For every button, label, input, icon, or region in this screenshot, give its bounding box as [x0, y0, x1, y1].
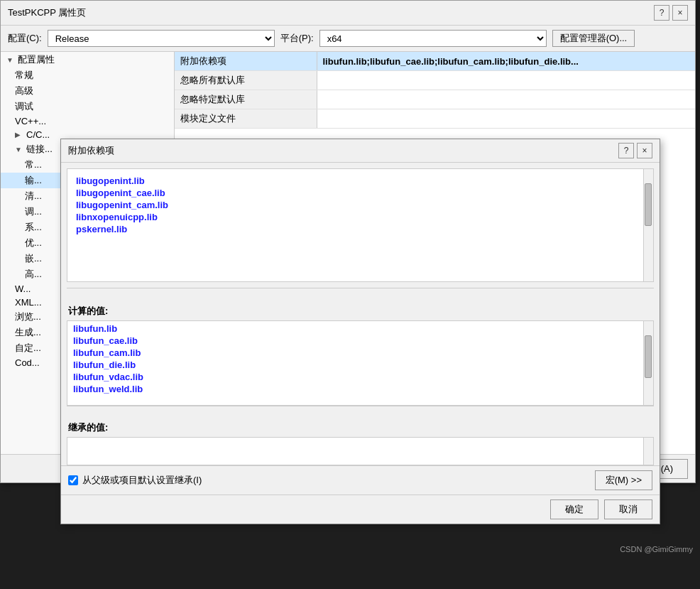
- overlay-close-button[interactable]: ×: [637, 143, 652, 158]
- config-select[interactable]: Release: [48, 30, 275, 47]
- prop-name: 附加依赖项: [175, 52, 317, 71]
- overlay-title-buttons: ? ×: [618, 143, 652, 158]
- tree-arrow: ▼: [6, 56, 15, 64]
- tree-label: Cod...: [15, 357, 40, 368]
- list-item[interactable]: libugopenint_cam.lib: [73, 199, 647, 211]
- inherit-checkbox[interactable]: [68, 475, 78, 485]
- tree-label: W...: [15, 283, 31, 294]
- macro-button[interactable]: 宏(M) >>: [595, 470, 652, 490]
- tree-label: 常规: [15, 69, 33, 82]
- inherited-area: [67, 437, 654, 465]
- prop-name: 忽略所有默认库: [175, 71, 317, 90]
- overlay-bottom-right-area: 宏(M) >>: [595, 470, 652, 490]
- overlay-action-bar: 确定 取消: [61, 495, 660, 524]
- prop-value: [317, 109, 695, 129]
- computed-area-scrollbar-h[interactable]: [67, 406, 654, 416]
- overlay-bottom-bar: 从父级或项目默认设置继承(I) 宏(M) >>: [61, 465, 660, 495]
- property-table: 附加依赖项 libufun.lib;libufun_cae.lib;libufu…: [175, 52, 695, 129]
- tree-item-config-props[interactable]: ▼ 配置属性: [1, 52, 174, 67]
- tree-label: 高...: [25, 268, 42, 281]
- computed-area: libufun.lib libufun_cae.lib libufun_cam.…: [67, 320, 654, 406]
- toolbar-row: 配置(C): Release 平台(P): x64 配置管理器(O)...: [1, 26, 695, 52]
- prop-value: [317, 71, 695, 90]
- tree-label: XML...: [15, 297, 42, 308]
- list-item[interactable]: libugopenint.lib: [73, 175, 647, 187]
- table-row[interactable]: 附加依赖项 libufun.lib;libufun_cae.lib;libufu…: [175, 52, 695, 71]
- table-row[interactable]: 忽略所有默认库: [175, 71, 695, 90]
- list-item[interactable]: libugopenint_cae.lib: [73, 187, 647, 199]
- tree-label: 系...: [25, 221, 42, 234]
- tree-label: 常...: [25, 158, 42, 171]
- close-button[interactable]: ×: [672, 5, 688, 21]
- prop-value: libufun.lib;libufun_cae.lib;libufun_cam.…: [317, 52, 695, 71]
- tree-label: 嵌...: [25, 252, 42, 265]
- edit-area-scrollbar-v[interactable]: [643, 169, 653, 281]
- platform-select[interactable]: x64: [319, 30, 547, 47]
- tree-label: 生成...: [15, 326, 41, 339]
- prop-value: [317, 90, 695, 109]
- watermark: CSDN @GimiGimmy: [620, 545, 693, 553]
- tree-arrow: ▶: [15, 131, 23, 139]
- main-title-buttons: ? ×: [654, 5, 688, 21]
- help-button[interactable]: ?: [654, 5, 669, 21]
- tree-arrow: ▼: [15, 146, 23, 153]
- tree-item-debug[interactable]: 调试: [1, 99, 174, 114]
- list-item[interactable]: libufun_weld.lib: [70, 383, 650, 395]
- tree-label: 输...: [25, 174, 42, 187]
- list-item[interactable]: libufun_die.lib: [70, 359, 650, 371]
- tree-label: 配置属性: [18, 53, 55, 66]
- tree-label: 调...: [25, 205, 42, 218]
- tree-label: 自定...: [15, 342, 41, 355]
- list-item[interactable]: libnxopenuicpp.lib: [73, 211, 647, 223]
- overlay-cancel-button[interactable]: 取消: [604, 499, 652, 519]
- computed-area-scrollbar-v[interactable]: [643, 321, 653, 405]
- list-item[interactable]: pskernel.lib: [73, 223, 647, 235]
- edit-area-scrollbar-h[interactable]: [67, 288, 654, 298]
- tree-item-vc[interactable]: VC++...: [1, 114, 174, 128]
- tree-label: 优...: [25, 237, 42, 249]
- tree-label: C/C...: [26, 129, 50, 140]
- config-manager-button[interactable]: 配置管理器(O)...: [552, 30, 635, 47]
- inherited-label: 继承的值:: [61, 418, 660, 437]
- tree-label: 清...: [25, 190, 42, 202]
- edit-list: libugopenint.lib libugopenint_cae.lib li…: [73, 175, 647, 235]
- main-title: TestPKCPP 属性页: [8, 6, 86, 19]
- list-item[interactable]: libufun_vdac.lib: [70, 371, 650, 383]
- list-item[interactable]: libufun_cam.lib: [70, 347, 650, 359]
- tree-label: VC++...: [15, 116, 46, 126]
- inherit-label-text: 从父级或项目默认设置继承(I): [82, 474, 202, 487]
- prop-name: 忽略特定默认库: [175, 90, 317, 109]
- scroll-thumb[interactable]: [645, 183, 652, 226]
- scroll-thumb[interactable]: [645, 335, 652, 378]
- tree-label: 浏览...: [15, 310, 41, 323]
- overlay-help-button[interactable]: ?: [618, 143, 634, 158]
- table-row[interactable]: 忽略特定默认库: [175, 90, 695, 109]
- overlay-title-bar: 附加依赖项 ? ×: [61, 139, 660, 163]
- computed-label: 计算的值:: [61, 302, 660, 320]
- overlay-dialog: 附加依赖项 ? × libugopenint.lib libugopenint_…: [60, 139, 660, 524]
- inherit-checkbox-label: 从父级或项目默认设置继承(I): [68, 474, 202, 487]
- overlay-edit-area[interactable]: libugopenint.lib libugopenint_cae.lib li…: [67, 168, 654, 282]
- overlay-ok-button[interactable]: 确定: [550, 499, 598, 519]
- main-title-bar: TestPKCPP 属性页 ? ×: [1, 1, 695, 26]
- tree-item-advanced[interactable]: 高级: [1, 83, 174, 99]
- prop-name: 模块定义文件: [175, 109, 317, 129]
- tree-label: 链接...: [26, 143, 53, 156]
- tree-item-general[interactable]: 常规: [1, 67, 174, 83]
- list-item[interactable]: libufun_cae.lib: [70, 335, 650, 347]
- tree-label: 调试: [15, 100, 33, 113]
- computed-list: libufun.lib libufun_cae.lib libufun_cam.…: [67, 321, 653, 396]
- inherited-area-scrollbar-v[interactable]: [643, 438, 653, 465]
- platform-label: 平台(P):: [280, 32, 314, 45]
- table-row[interactable]: 模块定义文件: [175, 109, 695, 129]
- tree-label: 高级: [15, 85, 33, 97]
- list-item[interactable]: libufun.lib: [70, 323, 650, 335]
- overlay-title: 附加依赖项: [68, 144, 114, 157]
- config-label: 配置(C):: [8, 32, 42, 45]
